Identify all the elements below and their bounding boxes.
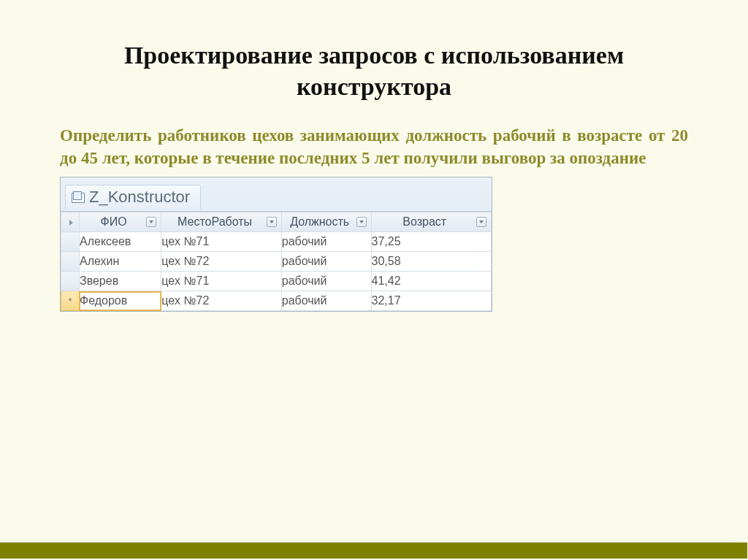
slide-footer-bar — [0, 542, 747, 559]
col-header-label: МестоРаботы — [166, 215, 263, 229]
col-header-label: Возраст — [376, 215, 473, 229]
cell-place[interactable]: цех №72 — [161, 252, 281, 272]
decorative-rule — [0, 361, 747, 362]
cell-fio[interactable]: Алексеев — [79, 232, 161, 252]
col-header-position[interactable]: Должность — [281, 212, 371, 232]
cell-position[interactable]: рабочий — [281, 291, 371, 311]
table-row[interactable]: Алехин цех №72 рабочий 30,58 — [61, 252, 492, 272]
row-selector[interactable] — [61, 232, 80, 252]
table-row[interactable]: * Федоров цех №72 рабочий 32,17 — [61, 291, 492, 311]
chevron-down-icon[interactable] — [356, 217, 367, 227]
col-header-label: Должность — [286, 215, 354, 229]
chevron-down-icon[interactable] — [267, 217, 277, 227]
cell-place[interactable]: цех №72 — [161, 291, 281, 311]
row-selector[interactable] — [61, 252, 80, 272]
query-object-icon — [72, 191, 85, 203]
result-table: ФИО МестоРаботы Должно — [61, 212, 492, 311]
tab-bar: Z_Konstructor — [61, 177, 492, 211]
cell-age[interactable]: 32,17 — [371, 291, 491, 311]
select-all-corner[interactable] — [61, 212, 80, 232]
cell-position[interactable]: рабочий — [281, 232, 371, 252]
object-tab[interactable]: Z_Konstructor — [65, 185, 201, 209]
slide-title: Проектирование запросов с использованием… — [0, 0, 748, 110]
tab-label: Z_Konstructor — [89, 188, 190, 207]
col-header-age[interactable]: Возраст — [371, 212, 491, 232]
table-row[interactable]: Зверев цех №71 рабочий 41,42 — [61, 272, 492, 291]
cell-fio[interactable]: Зверев — [79, 272, 161, 291]
datasheet: ФИО МестоРаботы Должно — [61, 211, 492, 311]
row-selector[interactable] — [61, 272, 80, 291]
cell-age[interactable]: 41,42 — [371, 272, 491, 291]
cell-age[interactable]: 37,25 — [371, 232, 491, 252]
chevron-down-icon[interactable] — [476, 217, 486, 227]
cell-position[interactable]: рабочий — [281, 252, 371, 272]
cell-place[interactable]: цех №71 — [161, 232, 281, 252]
col-header-fio[interactable]: ФИО — [79, 212, 161, 232]
header-row: ФИО МестоРаботы Должно — [61, 212, 492, 232]
cell-place[interactable]: цех №71 — [161, 272, 281, 291]
access-datasheet-window: Z_Konstructor ФИО — [60, 177, 492, 312]
col-header-place[interactable]: МестоРаботы — [161, 212, 281, 232]
chevron-down-icon[interactable] — [146, 217, 156, 227]
cell-age[interactable]: 30,58 — [371, 252, 491, 272]
row-selector[interactable]: * — [61, 291, 80, 311]
table-row[interactable]: Алексеев цех №71 рабочий 37,25 — [61, 232, 492, 252]
cell-fio[interactable]: Алехин — [79, 252, 161, 272]
col-header-label: ФИО — [84, 215, 143, 229]
task-text: Определить работников цехов занимающих д… — [0, 110, 748, 177]
cell-fio[interactable]: Федоров — [79, 291, 161, 311]
cell-position[interactable]: рабочий — [281, 272, 371, 291]
